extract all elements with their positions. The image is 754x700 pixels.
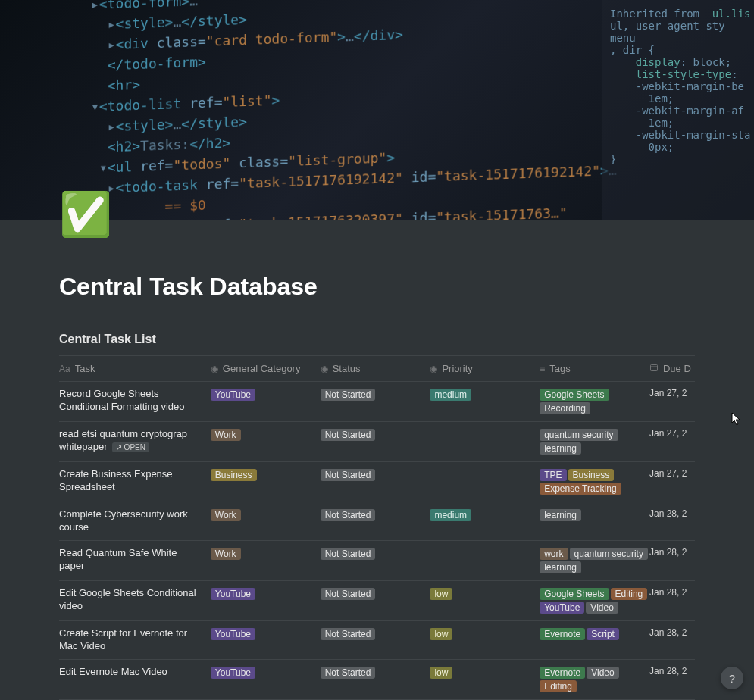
cell-task[interactable]: Create Business Expense Spreadsheet: [59, 468, 211, 494]
tag-pill: medium: [430, 389, 471, 401]
cell-task[interactable]: Read Quantum Safe White paper: [59, 547, 211, 573]
cell-status[interactable]: Not Started: [321, 666, 430, 680]
cell-status[interactable]: Not Started: [321, 388, 430, 402]
column-header-category[interactable]: ◉ General Category: [211, 363, 321, 374]
cell-priority[interactable]: low: [430, 627, 540, 641]
cell-priority[interactable]: medium: [430, 508, 540, 522]
cell-status[interactable]: Not Started: [321, 587, 430, 601]
tag-pill: Video: [586, 602, 618, 614]
tag-pill: Editing: [540, 680, 577, 692]
table-row[interactable]: Create Script for Evernote for Mac Video…: [59, 621, 695, 660]
cell-category[interactable]: Business: [211, 468, 321, 482]
cover-image[interactable]: ▸<todo-form>… ▸<style>…</style> ▸<div cl…: [0, 0, 754, 220]
cell-tags[interactable]: EvernoteVideoEditing: [540, 666, 649, 693]
tag-pill: Not Started: [321, 667, 376, 679]
table-row[interactable]: Create Business Expense SpreadsheetBusin…: [59, 462, 695, 502]
table-row[interactable]: read etsi quantum cryptograp whitepaper↗…: [59, 422, 695, 462]
cell-category[interactable]: YouTube: [211, 587, 321, 601]
select-icon: ◉: [211, 364, 218, 374]
cell-due[interactable]: Jan 28, 2: [649, 627, 695, 638]
cell-category[interactable]: Work: [211, 508, 321, 522]
cell-category[interactable]: Work: [211, 428, 321, 442]
cell-tags[interactable]: Google SheetsRecording: [540, 388, 649, 415]
table-row[interactable]: Read Quantum Safe White paperWorkNot Sta…: [59, 541, 695, 581]
cell-due[interactable]: Jan 27, 2: [649, 468, 695, 479]
tag-pill: learning: [540, 561, 581, 573]
help-button[interactable]: ?: [721, 667, 743, 689]
cell-tags[interactable]: learning: [540, 508, 649, 522]
view-title[interactable]: Central Task List: [59, 333, 695, 346]
cover-css-decor: Inherited from ul.lis ul, user agent sty…: [602, 0, 754, 220]
cell-tags[interactable]: workquantum securitylearning: [540, 547, 649, 574]
cell-category[interactable]: YouTube: [211, 627, 321, 641]
cell-tags[interactable]: EvernoteScript: [540, 627, 649, 641]
cell-status[interactable]: Not Started: [321, 468, 430, 482]
table-row[interactable]: Record Google Sheets Conditional Formatt…: [59, 382, 695, 422]
multiselect-icon: ≡: [540, 364, 545, 374]
open-button[interactable]: ↗OPEN: [112, 442, 149, 452]
tag-pill: Evernote: [540, 628, 585, 640]
table-row[interactable]: Complete Cybersecurity work courseWorkNo…: [59, 502, 695, 541]
table-row[interactable]: Edit Evernote Mac VideoYouTubeNot Starte…: [59, 660, 695, 700]
column-header-priority[interactable]: ◉ Priority: [430, 363, 540, 374]
cell-priority[interactable]: low: [430, 587, 540, 601]
tag-pill: Evernote: [540, 667, 585, 679]
tag-pill: work: [540, 548, 568, 560]
cell-status[interactable]: Not Started: [321, 627, 430, 641]
cell-category[interactable]: YouTube: [211, 666, 321, 680]
cell-due[interactable]: Jan 28, 2: [649, 587, 695, 598]
cell-due[interactable]: Jan 28, 2: [649, 547, 695, 558]
column-header-due[interactable]: Due D: [649, 363, 695, 374]
tag-pill: low: [430, 667, 452, 679]
column-header-tags[interactable]: ≡ Tags: [540, 363, 649, 374]
cell-category[interactable]: Work: [211, 547, 321, 561]
cell-due[interactable]: Jan 28, 2: [649, 666, 695, 677]
cell-status[interactable]: Not Started: [321, 508, 430, 522]
tag-pill: Script: [587, 628, 619, 640]
page-title[interactable]: Central Task Database: [59, 273, 695, 301]
tag-pill: quantum security: [570, 548, 648, 560]
task-name: Record Google Sheets Conditional Formatt…: [59, 388, 184, 412]
cell-task[interactable]: Edit Google Sheets Conditional video: [59, 587, 211, 613]
cell-priority[interactable]: low: [430, 666, 540, 680]
column-header-status[interactable]: ◉ Status: [321, 363, 430, 374]
cell-task[interactable]: Record Google Sheets Conditional Formatt…: [59, 388, 211, 414]
task-name: Edit Google Sheets Conditional video: [59, 587, 196, 611]
cell-status[interactable]: Not Started: [321, 428, 430, 442]
tag-pill: YouTube: [211, 588, 255, 600]
database-table: Aa Task ◉ General Category ◉ Status ◉ Pr…: [59, 355, 695, 700]
tag-pill: Not Started: [321, 429, 376, 441]
text-icon: Aa: [59, 364, 70, 374]
tag-pill: Google Sheets: [540, 588, 609, 600]
cell-task[interactable]: Complete Cybersecurity work course: [59, 508, 211, 534]
cell-due[interactable]: Jan 27, 2: [649, 428, 695, 439]
cell-due[interactable]: Jan 27, 2: [649, 388, 695, 398]
column-header-task[interactable]: Aa Task: [59, 363, 211, 374]
cell-priority[interactable]: medium: [430, 388, 540, 402]
task-name: Edit Evernote Mac Video: [59, 666, 167, 677]
cell-task[interactable]: Create Script for Evernote for Mac Video: [59, 627, 211, 653]
tag-pill: Not Started: [321, 389, 376, 401]
cell-due[interactable]: Jan 28, 2: [649, 508, 695, 519]
table-header-row: Aa Task ◉ General Category ◉ Status ◉ Pr…: [59, 356, 695, 382]
cell-tags[interactable]: TPEBusinessExpense Tracking: [540, 468, 649, 495]
tag-pill: TPE: [540, 469, 566, 481]
cell-tags[interactable]: quantum securitylearning: [540, 428, 649, 455]
table-row[interactable]: Edit Google Sheets Conditional videoYouT…: [59, 581, 695, 621]
tag-pill: Not Started: [321, 509, 376, 521]
tag-pill: low: [430, 588, 452, 600]
task-name: Create Business Expense Spreadsheet: [59, 468, 173, 492]
select-icon: ◉: [321, 364, 328, 374]
page-icon[interactable]: ✅: [59, 193, 108, 242]
task-name: Create Script for Evernote for Mac Video: [59, 627, 187, 652]
tag-pill: YouTube: [540, 602, 584, 614]
tag-pill: Video: [587, 667, 618, 679]
cell-category[interactable]: YouTube: [211, 388, 321, 402]
tag-pill: YouTube: [211, 389, 255, 401]
cell-tags[interactable]: Google SheetsEditingYouTubeVideo: [540, 587, 649, 614]
tag-pill: Work: [211, 429, 241, 441]
cell-status[interactable]: Not Started: [321, 547, 430, 561]
cell-task[interactable]: Edit Evernote Mac Video: [59, 666, 211, 679]
cell-task[interactable]: read etsi quantum cryptograp whitepaper↗…: [59, 428, 211, 454]
cover-code-decor: ▸<todo-form>… ▸<style>…</style> ▸<div cl…: [91, 0, 617, 220]
